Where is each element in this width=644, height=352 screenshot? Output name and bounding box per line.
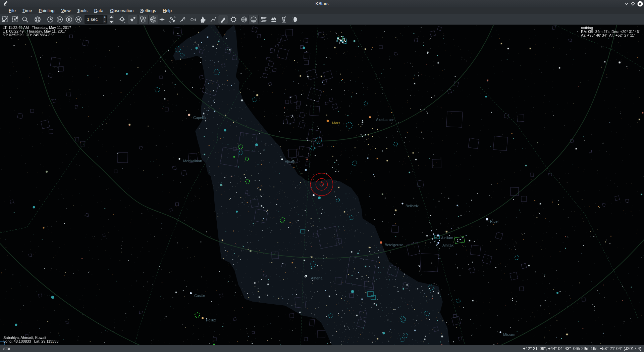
svg-text:Menkalinan: Menkalinan — [183, 159, 202, 163]
svg-text:Mirzam: Mirzam — [503, 333, 515, 337]
svg-text:Rigel: Rigel — [490, 219, 498, 223]
svg-text:Aldebaran: Aldebaran — [376, 118, 393, 122]
svg-text:Bellatrix: Bellatrix — [406, 204, 419, 208]
svg-text:Capella: Capella — [193, 116, 206, 120]
svg-text:Mars: Mars — [332, 121, 340, 125]
svg-text:Pollux: Pollux — [206, 318, 216, 322]
svg-text:Betelgeuse: Betelgeuse — [385, 243, 403, 247]
svg-text:Ori: Ori — [191, 17, 196, 22]
svg-text:Alnilam: Alnilam — [441, 236, 453, 240]
svg-text:Alhena: Alhena — [311, 276, 323, 280]
svg-text:Alnitak: Alnitak — [442, 243, 454, 247]
svg-text:Alnath: Alnath — [285, 160, 295, 164]
svg-text:Castor: Castor — [194, 294, 205, 298]
